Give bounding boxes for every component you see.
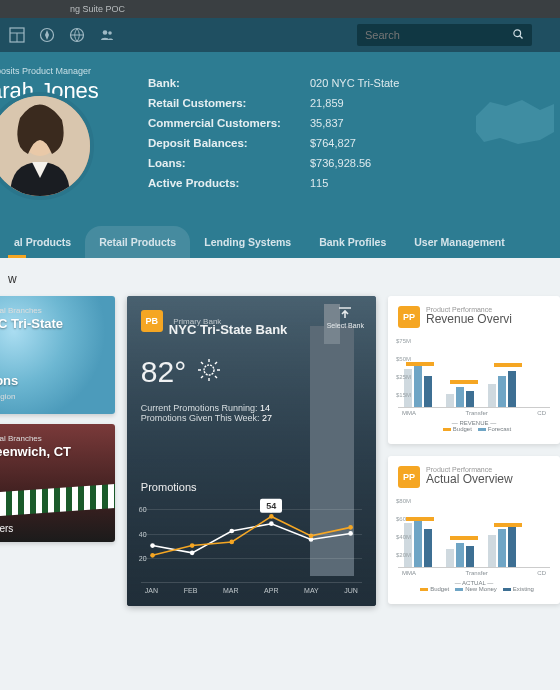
tile-title: Greenwich, CT xyxy=(0,444,71,459)
section-heading: w xyxy=(0,258,560,296)
select-bank-button[interactable]: Select Bank xyxy=(327,306,364,329)
stat-label: Bank: xyxy=(148,74,308,92)
tab-retail-products[interactable]: Retail Products xyxy=(85,226,190,258)
stat-label: Active Products: xyxy=(148,174,308,192)
temperature: 82° xyxy=(141,355,186,389)
profile-header: posits Product Manager arah Jones Bank:0… xyxy=(0,52,560,258)
stat-value: 21,859 xyxy=(310,94,399,112)
svg-point-6 xyxy=(108,31,112,35)
dashboard-icon[interactable] xyxy=(4,22,30,48)
pp-badge: PP xyxy=(398,306,420,328)
tab-user-management[interactable]: User Management xyxy=(400,226,518,258)
stat-value: $736,928.56 xyxy=(310,154,399,172)
promo-label: Current Promotions Running: xyxy=(141,403,258,413)
pb-badge: PB xyxy=(141,310,163,332)
region-silhouette-icon xyxy=(470,92,560,156)
top-toolbar xyxy=(0,18,560,52)
svg-point-32 xyxy=(348,525,353,530)
tile-subtitle: egional Branches xyxy=(0,434,42,443)
pp-title: Actual Overview xyxy=(426,472,513,486)
stat-label: Loans: xyxy=(148,154,308,172)
profile-stats: Bank:020 NYC Tri-State Retail Customers:… xyxy=(146,72,401,194)
svg-point-23 xyxy=(229,529,234,534)
stat-value: 115 xyxy=(310,174,399,192)
app-title: ng Suite POC xyxy=(70,4,125,14)
tile-title: embers xyxy=(0,523,13,534)
svg-point-7 xyxy=(514,29,521,36)
stat-label: Deposit Balances: xyxy=(148,134,308,152)
search-input[interactable] xyxy=(365,29,512,41)
promotions-chart: Promotions 54 204060 JANFEBMARAPRMAYJUN xyxy=(141,481,362,594)
svg-line-17 xyxy=(201,362,203,364)
svg-line-8 xyxy=(520,35,523,38)
promo-label: Promotions Given This Week: xyxy=(141,413,260,423)
tab-al-products[interactable]: al Products xyxy=(0,226,85,258)
stat-label: Commercial Customers: xyxy=(148,114,308,132)
svg-point-12 xyxy=(204,365,214,375)
actual-overview-card[interactable]: PP Product Performance Actual Overview $… xyxy=(388,456,560,604)
globe-icon[interactable] xyxy=(64,22,90,48)
svg-line-18 xyxy=(215,376,217,378)
stat-value: $764,827 xyxy=(310,134,399,152)
pp-title: Revenue Overvi xyxy=(426,312,512,326)
tile-title: NYC Tri-State xyxy=(0,316,63,331)
tile-subtitle: egional Branches xyxy=(0,306,42,315)
search-icon[interactable] xyxy=(512,28,524,43)
svg-line-20 xyxy=(201,376,203,378)
nav-tabs: al Products Retail Products Lending Syst… xyxy=(0,226,560,258)
primary-bank-card[interactable]: PB Primary Bank NYC Tri-State Bank Selec… xyxy=(127,296,376,606)
stat-value: 35,837 xyxy=(310,114,399,132)
compass-icon[interactable] xyxy=(34,22,60,48)
svg-point-22 xyxy=(190,550,195,555)
stat-value: 020 NYC Tri-State xyxy=(310,74,399,92)
tile-branches-greenwich[interactable]: egional Branches Greenwich, CT embers xyxy=(0,424,115,542)
stat-label: Retail Customers: xyxy=(148,94,308,112)
tile-branches-nyc[interactable]: egional Branches NYC Tri-State n Region … xyxy=(0,296,115,414)
sun-icon xyxy=(196,357,222,387)
tab-bank-profiles[interactable]: Bank Profiles xyxy=(305,226,400,258)
users-icon[interactable] xyxy=(94,22,120,48)
window-titlebar: ng Suite POC xyxy=(0,0,560,18)
svg-point-28 xyxy=(190,543,195,548)
svg-point-24 xyxy=(269,521,274,526)
svg-point-27 xyxy=(150,553,155,558)
svg-point-29 xyxy=(229,540,234,545)
search-field[interactable] xyxy=(357,24,532,46)
svg-line-19 xyxy=(215,362,217,364)
user-role: posits Product Manager xyxy=(0,66,138,76)
tab-lending-systems[interactable]: Lending Systems xyxy=(190,226,305,258)
svg-point-21 xyxy=(150,543,155,548)
tile-subtitle: n Region xyxy=(0,383,18,401)
chart-callout: 54 xyxy=(260,498,282,512)
svg-point-5 xyxy=(103,30,108,35)
pp-badge: PP xyxy=(398,466,420,488)
revenue-overview-card[interactable]: PP Product Performance Revenue Overvi $1… xyxy=(388,296,560,444)
chart-title: Promotions xyxy=(141,481,362,493)
promo-value: 14 xyxy=(260,403,270,413)
avatar xyxy=(0,92,94,200)
promo-value: 27 xyxy=(262,413,272,423)
